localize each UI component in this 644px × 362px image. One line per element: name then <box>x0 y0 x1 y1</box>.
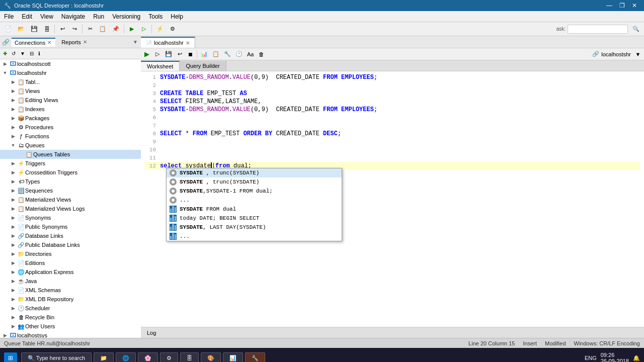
expand-db-links[interactable] <box>9 233 17 238</box>
tab-connections[interactable]: Connections ✕ <box>12 38 55 47</box>
save-button[interactable]: 💾 <box>28 24 40 35</box>
explain-plan-button[interactable]: 📋 <box>210 49 221 59</box>
rollback-button[interactable]: ↩ <box>175 49 185 59</box>
expand-pub-synonyms[interactable] <box>9 224 17 229</box>
ws-tab-worksheet[interactable]: Worksheet <box>141 61 180 71</box>
start-button[interactable]: ⊞ <box>4 352 17 362</box>
tab-reports-close[interactable]: ✕ <box>82 39 88 45</box>
tab-connections-close[interactable]: ✕ <box>46 40 52 45</box>
save-all-button[interactable]: 🗄 <box>41 24 52 35</box>
taskbar-app2[interactable]: ⚙ <box>160 352 178 363</box>
tree-node-procedures[interactable]: ⚙ Procedures <box>0 123 141 132</box>
minimize-button[interactable]: — <box>603 1 615 11</box>
close-button[interactable]: ✕ <box>629 1 640 11</box>
commit-button[interactable]: 💾 <box>163 49 174 59</box>
expand-packages[interactable] <box>9 116 17 121</box>
forward-button[interactable]: ↪ <box>69 24 80 35</box>
tree-node-java[interactable]: ☕ Java <box>0 277 141 286</box>
tree-node-types[interactable]: 🏷 Types <box>0 177 141 186</box>
tree-node-queues[interactable]: 🗂 Queues <box>0 141 141 150</box>
editor-tab-close[interactable]: ✕ <box>186 40 190 46</box>
format-button[interactable]: Aa <box>245 49 256 59</box>
log-tab[interactable]: Log <box>141 329 162 337</box>
tree-node-packages[interactable]: 📦 Packages <box>0 114 141 123</box>
tree-node-recycle-bin[interactable]: 🗑 Recycle Bin <box>0 313 141 322</box>
menu-versioning[interactable]: Versioning <box>108 11 144 22</box>
taskbar-app3[interactable]: 🗄 <box>180 352 199 363</box>
tree-node-synonyms[interactable]: 📄 Synonyms <box>0 213 141 222</box>
tree-node-indexes[interactable]: 📋 Indexes <box>0 105 141 114</box>
expand-editions[interactable] <box>9 260 17 265</box>
ws-tab-query-builder[interactable]: Query Builder <box>180 61 226 71</box>
expand-sequences[interactable] <box>9 188 17 193</box>
properties-button[interactable]: ℹ <box>36 49 42 58</box>
menu-view[interactable]: View <box>36 11 57 22</box>
tree-node-localhostsys[interactable]: localhostsys <box>0 331 141 338</box>
expand-crossedition[interactable] <box>9 170 17 175</box>
cut-button[interactable]: ✂ <box>85 24 96 35</box>
tree-node-app-express[interactable]: 🌐 Application Express <box>0 267 141 277</box>
menu-run[interactable]: Run <box>89 11 108 22</box>
expand-xml-db[interactable] <box>9 297 17 302</box>
menu-help[interactable]: Help <box>167 11 187 22</box>
ac-item-0[interactable]: SYSDATE , trunc(SYSDATE) <box>167 168 342 177</box>
taskbar-app5[interactable]: 📊 <box>223 352 243 363</box>
expand-xml-schemas[interactable] <box>9 288 17 293</box>
expand-java[interactable] <box>9 279 17 284</box>
ac-item-6[interactable]: SYSDATE, LAST DAY(SYSDATE) <box>167 223 342 232</box>
connections-button[interactable]: ⚡ <box>154 24 166 35</box>
ac-item-4[interactable]: SYSDATE FROM dual <box>167 205 342 214</box>
filter-button[interactable]: ▼ <box>18 49 27 58</box>
ac-item-5[interactable]: today DATE; BEGIN SELECT <box>167 214 342 223</box>
expand-indexes[interactable] <box>9 107 17 112</box>
maximize-button[interactable]: ❐ <box>616 1 628 11</box>
tree-node-tables[interactable]: 📋 Tabl... <box>0 77 141 86</box>
panel-minimize-button[interactable]: ▼ <box>132 39 139 45</box>
expand-queues[interactable] <box>9 143 17 148</box>
expand-localhostshr[interactable] <box>1 70 9 75</box>
menu-edit[interactable]: Edit <box>18 11 36 22</box>
menu-file[interactable]: File <box>0 11 18 22</box>
taskbar-notification[interactable]: 🔔 <box>633 355 640 361</box>
tree-node-queues-tables[interactable]: 📋 Queues Tables <box>0 150 141 159</box>
tree-node-xml-schemas[interactable]: 📄 XML Schemas <box>0 286 141 295</box>
tree-node-other-users[interactable]: 👥 Other Users <box>0 322 141 331</box>
debug-button[interactable]: ▷ <box>138 24 149 35</box>
tree-node-editing-views[interactable]: 📋 Editing Views <box>0 96 141 105</box>
connection-dropdown[interactable]: ▼ <box>633 49 643 59</box>
tree-node-views[interactable]: 📋 Views <box>0 86 141 96</box>
tab-reports[interactable]: Reports ✕ <box>58 38 91 46</box>
sql-tuning-button[interactable]: 🔧 <box>222 49 233 59</box>
tree-node-localhostscott[interactable]: localhostscott <box>0 59 141 68</box>
taskbar-search[interactable]: 🔍 Type here to search <box>21 352 92 363</box>
open-button[interactable]: 📂 <box>15 24 27 35</box>
clear-output-button[interactable]: 🗑 <box>256 49 266 59</box>
expand-directories[interactable] <box>9 251 17 256</box>
new-button[interactable]: 📄 <box>2 24 14 35</box>
expand-types[interactable] <box>9 179 17 184</box>
expand-mat-views[interactable] <box>9 197 17 202</box>
taskbar-app1[interactable]: 🌸 <box>138 352 158 363</box>
code-area[interactable]: 1 SYSDATE-DBMS_RANDOM.VALUE(0,9) CREATED… <box>141 71 644 327</box>
expand-recycle-bin[interactable] <box>9 315 17 320</box>
taskbar-chrome[interactable]: 🌐 <box>116 352 136 363</box>
expand-procedures[interactable] <box>9 125 17 130</box>
menu-navigate[interactable]: Navigate <box>57 11 89 22</box>
expand-views[interactable] <box>9 88 17 94</box>
taskbar-explorer[interactable]: 📁 <box>94 352 114 363</box>
cancel-query-button[interactable]: ⏹ <box>185 49 195 59</box>
taskbar-app4[interactable]: 🎨 <box>201 352 221 363</box>
tree-node-editions[interactable]: 📄 Editions <box>0 258 141 267</box>
menu-tools[interactable]: Tools <box>144 11 167 22</box>
run-button[interactable]: ▶ <box>126 24 137 35</box>
expand-tables[interactable] <box>9 79 17 84</box>
add-connection-button[interactable]: ✚ <box>1 49 9 58</box>
refresh-button[interactable]: ↺ <box>10 49 18 58</box>
ask-input[interactable] <box>568 25 628 34</box>
expand-triggers[interactable] <box>9 161 17 166</box>
autotrace-button[interactable]: 📊 <box>199 49 210 59</box>
expand-other-users[interactable] <box>9 324 17 329</box>
copy-button[interactable]: 📋 <box>97 24 109 35</box>
expand-pub-db-links[interactable] <box>9 242 17 247</box>
run-script-button[interactable]: ▷ <box>152 49 163 59</box>
